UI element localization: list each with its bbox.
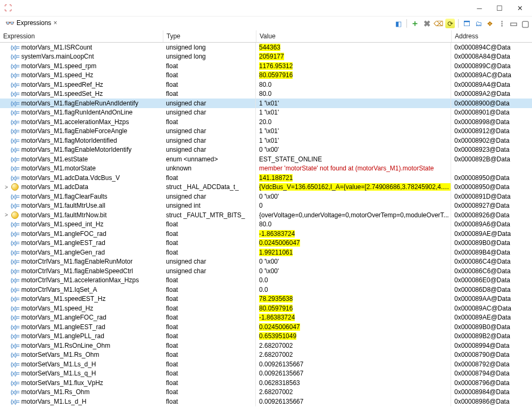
table-row[interactable]: (x)=motorVars_M1.RsOnLine_Ohmfloat2.6820… <box>0 341 532 350</box>
value-cell[interactable]: {VdcBus_V=136.650162,I_A={value=[2.74908… <box>256 183 451 192</box>
table-row[interactable]: (x)=motorVars_M1.speed_rpmfloat1176.9531… <box>0 61 532 71</box>
value-cell[interactable]: 1 '\x01' <box>256 99 451 108</box>
maximize-view-icon[interactable]: ▢ <box>520 19 530 28</box>
remove-all-icon[interactable]: ⌫ <box>434 19 443 28</box>
table-row[interactable]: >motorVars_M1.faultMtrNow.bitstruct _FAU… <box>0 210 532 220</box>
table-row[interactable]: (x)=motorVars_M1.angleEST_radfloat0.0245… <box>0 322 532 332</box>
value-cell[interactable]: 80.0 <box>256 80 451 89</box>
value-cell[interactable]: 1 '\x01' <box>256 108 451 118</box>
table-row[interactable]: (x)=motorVars_M1.motorStateunknownmember… <box>0 164 532 174</box>
table-row[interactable]: (x)=motorVars_M1.accelerationMax_Hzpsflo… <box>0 117 532 127</box>
create-view-icon[interactable]: ◧ <box>394 19 403 28</box>
table-row[interactable]: >motorVars_M1.adcDatastruct _HAL_ADCData… <box>0 183 532 192</box>
remove-expression-icon[interactable]: ✖ <box>422 19 431 28</box>
value-cell[interactable]: 0 '\x00' <box>256 266 451 276</box>
table-row[interactable]: (x)=motorVars_M1.anglePLL_radfloat0.6539… <box>0 332 532 341</box>
table-row[interactable]: (x)=motorVars_M1.flagEnableForceAngleuns… <box>0 127 532 136</box>
tab-expressions[interactable]: 👓 Expressions × <box>2 17 60 30</box>
value-cell[interactable]: 1176.95312 <box>256 61 451 71</box>
value-cell[interactable]: 0.00926135667 <box>256 369 451 379</box>
value-cell[interactable]: 2059177 <box>256 52 451 62</box>
value-cell[interactable]: 141.188721 <box>256 173 451 183</box>
table-row[interactable]: (x)=motorSetVars_M1.Ls_d_Hfloat0.0092613… <box>0 359 532 369</box>
value-cell[interactable]: 78.2935638 <box>256 295 451 304</box>
value-cell[interactable]: 0.0 <box>256 285 451 295</box>
value-cell[interactable]: 20.0 <box>256 117 451 127</box>
value-cell[interactable]: 1 '\x01' <box>256 127 451 136</box>
value-cell[interactable]: 80.0 <box>256 89 451 99</box>
tab-close-icon[interactable]: × <box>53 19 57 27</box>
view-menu-icon[interactable]: ⁝ <box>497 19 506 28</box>
table-row[interactable]: (x)=motorVars_M1.adcData.VdcBus_Vfloat14… <box>0 173 532 183</box>
table-row[interactable]: (x)=motorVars_M1.Rs_Ohmfloat2.682070020x… <box>0 388 532 397</box>
value-cell[interactable]: member 'motorState' not found at (motorV… <box>256 164 451 174</box>
table-row[interactable]: (x)=motorVars_M1.flagEnableMotorIdentify… <box>0 145 532 155</box>
value-cell[interactable]: 0.0245006047 <box>256 239 451 248</box>
value-cell[interactable]: 80.0597916 <box>256 71 451 80</box>
value-cell[interactable]: 0.0245006047 <box>256 322 451 332</box>
value-cell[interactable]: 0.00926135667 <box>256 359 451 369</box>
new-tab-icon[interactable]: 🗖 <box>462 19 471 28</box>
table-row[interactable]: (x)=motorVars_M1.speedEST_Hzfloat78.2935… <box>0 295 532 304</box>
header-value[interactable]: Value <box>256 30 452 42</box>
value-cell[interactable]: 2.68207002 <box>256 341 451 350</box>
value-cell[interactable]: 0.653951049 <box>256 332 451 341</box>
table-row[interactable]: (x)=motorVars_M1.speed_int_Hzfloat80.00x… <box>0 220 532 230</box>
header-address[interactable]: Address <box>452 30 532 42</box>
table-row[interactable]: (x)=motorVars_M1.speed_Hzfloat80.0597916… <box>0 71 532 80</box>
header-type[interactable]: Type <box>163 30 256 42</box>
value-cell[interactable]: 1 '\x01' <box>256 136 451 145</box>
table-row[interactable]: (x)=motorVars_M1.angleFOC_radfloat-1.863… <box>0 313 532 323</box>
graph-icon[interactable]: ❖ <box>485 19 495 28</box>
table-row[interactable]: (x)=motorVars_M1.angleFOC_radfloat-1.863… <box>0 229 532 239</box>
table-row[interactable]: (x)=motorVars_M1.flagEnableRunAndIdentif… <box>0 99 532 108</box>
add-expression-icon[interactable]: ＋ <box>410 19 420 28</box>
value-cell[interactable]: 0 <box>256 201 451 211</box>
value-cell[interactable]: 2.68207002 <box>256 350 451 360</box>
minimize-view-icon[interactable]: ▭ <box>509 19 518 28</box>
value-cell[interactable]: -1.86383724 <box>256 229 451 239</box>
table-row[interactable]: (x)=systemVars.mainLoopCntunsigned long2… <box>0 52 532 62</box>
table-row[interactable]: (x)=motorVars_M1.estStateenum <unnamed>E… <box>0 154 532 164</box>
value-cell[interactable]: 0.0 <box>256 276 451 285</box>
window-close-button[interactable]: ✕ <box>512 2 528 14</box>
table-row[interactable]: (x)=motorSetVars_M1.Rs_Ohmfloat2.6820700… <box>0 350 532 360</box>
header-expression[interactable]: Expression <box>0 30 163 42</box>
table-row[interactable]: (x)=motorSetVars_M1.flux_VpHzfloat0.0628… <box>0 378 532 388</box>
table-row[interactable]: (x)=motorCtrlVars_M1.flagEnableRunMotoru… <box>0 257 532 267</box>
table-row[interactable]: (x)=motorVars_M1.angleEST_radfloat0.0245… <box>0 239 532 248</box>
table-row[interactable]: (x)=motorVars_M1.ISRCountunsigned long54… <box>0 43 532 52</box>
expander-icon[interactable]: > <box>3 184 10 190</box>
value-cell[interactable]: 0 '\x00' <box>256 145 451 155</box>
value-cell[interactable]: 80.0597916 <box>256 304 451 313</box>
table-row[interactable]: (x)=motorVars_M1.speedSet_Hzfloat80.00x0… <box>0 89 532 99</box>
window-minimize-button[interactable]: ─ <box>471 2 487 14</box>
value-cell[interactable]: 0 '\x00' <box>256 257 451 267</box>
table-row[interactable]: (x)=motorVars_M1.flagClearFaultsunsigned… <box>0 192 532 201</box>
expander-icon[interactable]: > <box>3 212 10 218</box>
table-row[interactable]: (x)=motorCtrlVars_M1.IqSet_Afloat0.00x00… <box>0 285 532 295</box>
window-maximize-button[interactable]: ☐ <box>492 2 508 14</box>
expressions-rows[interactable]: (x)=motorVars_M1.ISRCountunsigned long54… <box>0 43 532 417</box>
value-cell[interactable]: -1.86383724 <box>256 313 451 323</box>
table-row[interactable]: (x)=motorVars_M1.angleGen_radfloat1.9921… <box>0 248 532 257</box>
value-cell[interactable]: 0.00926135667 <box>256 397 451 406</box>
value-cell[interactable]: EST_STATE_ONLINE <box>256 154 451 164</box>
table-row[interactable]: (x)=motorVars_M1.flagMotorIdentifiedunsi… <box>0 136 532 145</box>
value-cell[interactable]: 0.0628318563 <box>256 378 451 388</box>
table-row[interactable]: (x)=motorVars_M1.speedRef_Hzfloat80.00x0… <box>0 80 532 89</box>
table-row[interactable]: (x)=motorVars_M1.Ls_d_Hfloat0.0092613566… <box>0 397 532 406</box>
table-row[interactable]: (x)=motorVars_M1.faultMtrUse.allunsigned… <box>0 201 532 211</box>
table-row[interactable]: (x)=motorCtrlVars_M1.accelerationMax_Hzp… <box>0 276 532 285</box>
table-row[interactable]: (x)=motorSetVars_M1.Ls_q_Hfloat0.0092613… <box>0 369 532 379</box>
import-icon[interactable]: 🗂 <box>473 19 483 28</box>
value-cell[interactable]: 0 '\x00' <box>256 192 451 201</box>
table-row[interactable]: (x)=motorVars_M1.flagRunIdentAndOnLineun… <box>0 108 532 118</box>
refresh-icon[interactable]: ⟳ <box>445 19 455 28</box>
table-row[interactable]: (x)=motorVars_M1.speed_Hzfloat80.0597916… <box>0 304 532 313</box>
value-cell[interactable]: 2.68207002 <box>256 388 451 397</box>
value-cell[interactable]: 80.0 <box>256 220 451 230</box>
value-cell[interactable]: {overVoltage=0,underVoltage=0,motorOverT… <box>256 210 451 220</box>
table-row[interactable]: (x)=motorCtrlVars_M1.flagEnableSpeedCtrl… <box>0 266 532 276</box>
value-cell[interactable]: 1.99211061 <box>256 248 451 257</box>
